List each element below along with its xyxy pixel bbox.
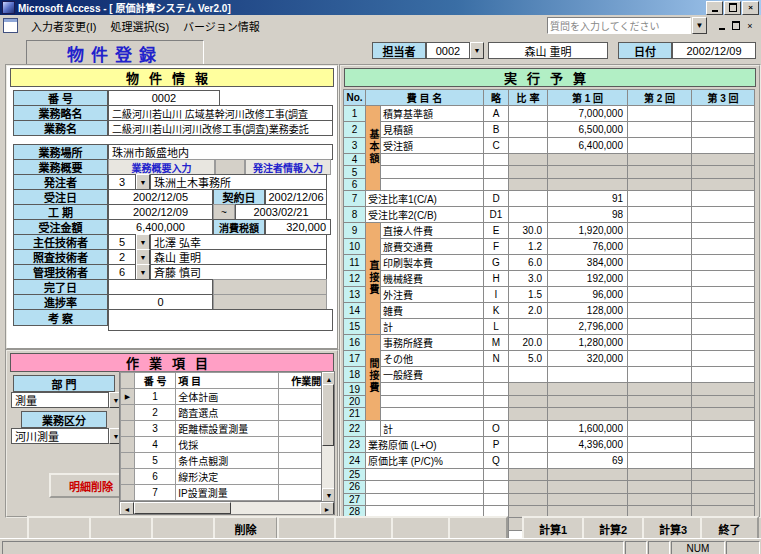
budget-round3[interactable] — [692, 493, 755, 505]
budget-round3[interactable] — [692, 319, 755, 335]
budget-round3[interactable] — [692, 383, 755, 395]
work-items-hscrollbar[interactable]: ◄ ► — [120, 501, 334, 514]
hscroll-thumb[interactable] — [134, 502, 231, 514]
work-item-no[interactable]: 1 — [134, 389, 175, 405]
manage-engineer-combo[interactable]: 6 — [108, 264, 136, 280]
budget-round3[interactable] — [692, 481, 755, 493]
child-restore-icon[interactable] — [729, 19, 743, 32]
budget-item-name[interactable]: 外注費 — [381, 287, 484, 303]
chief-combo-arrow-icon[interactable]: ▼ — [136, 234, 150, 250]
budget-round1[interactable] — [548, 468, 628, 480]
budget-round2[interactable] — [628, 166, 692, 178]
budget-round1[interactable]: 1,280,000 — [548, 335, 628, 351]
contract-date-field[interactable]: 2002/12/06 — [265, 189, 327, 205]
work-item-no[interactable]: 5 — [134, 453, 175, 469]
budget-rate[interactable] — [509, 452, 548, 468]
budget-item-name[interactable] — [366, 468, 484, 480]
budget-round3[interactable] — [692, 287, 755, 303]
budget-round1[interactable] — [548, 481, 628, 493]
budget-abbr[interactable]: L — [484, 319, 509, 335]
dept-combo[interactable]: 測量 ▼ — [11, 392, 123, 408]
date-field[interactable]: 2002/12/09 — [672, 42, 756, 59]
budget-rate[interactable] — [509, 138, 548, 154]
orderer-name-field[interactable]: 珠洲土木事務所 — [150, 174, 327, 190]
work-item-no[interactable]: 6 — [134, 469, 175, 485]
budget-abbr[interactable] — [484, 468, 509, 480]
work-item-no[interactable]: 3 — [134, 421, 175, 437]
tax-field[interactable]: 320,000 — [265, 219, 331, 235]
budget-item-name[interactable] — [381, 383, 484, 395]
budget-rate[interactable] — [509, 191, 548, 207]
work-item-no[interactable]: 2 — [134, 405, 175, 421]
budget-abbr[interactable] — [484, 178, 509, 190]
record-selector[interactable] — [121, 485, 135, 501]
budget-round3[interactable] — [692, 223, 755, 239]
budget-round2[interactable] — [628, 271, 692, 287]
child-minimize-icon[interactable] — [715, 19, 729, 32]
budget-round3[interactable] — [692, 191, 755, 207]
budget-item-name[interactable]: 事務所経費 — [381, 335, 484, 351]
budget-rate[interactable] — [509, 395, 548, 407]
record-selector-current[interactable]: ▶ — [121, 389, 135, 405]
budget-round1[interactable]: 384,000 — [548, 255, 628, 271]
record-selector[interactable] — [121, 405, 135, 421]
scroll-right-icon[interactable]: ► — [320, 502, 334, 515]
budget-rate[interactable] — [509, 106, 548, 122]
budget-round3[interactable] — [692, 239, 755, 255]
budget-rate[interactable] — [509, 383, 548, 395]
budget-round1[interactable] — [548, 367, 628, 383]
budget-item-name[interactable]: 受注額 — [381, 138, 484, 154]
budget-round2[interactable] — [628, 255, 692, 271]
orderer-combo-arrow-icon[interactable]: ▼ — [136, 174, 150, 190]
budget-item-name[interactable] — [366, 493, 484, 505]
amount-field[interactable]: 6,400,000 — [108, 219, 213, 235]
budget-rate[interactable] — [509, 493, 548, 505]
budget-round3[interactable] — [692, 452, 755, 468]
budget-round1[interactable] — [548, 383, 628, 395]
budget-round1[interactable] — [548, 493, 628, 505]
budget-round1[interactable]: 98 — [548, 207, 628, 223]
chief-engineer-field[interactable]: 北澤 弘幸 — [150, 234, 327, 250]
budget-abbr[interactable]: A — [484, 106, 509, 122]
budget-round3[interactable] — [692, 154, 755, 166]
work-item-no[interactable]: 7 — [134, 485, 175, 501]
budget-item-name[interactable]: 直接人件費 — [381, 223, 484, 239]
scroll-left-icon[interactable]: ◄ — [120, 502, 134, 515]
budget-round3[interactable] — [692, 138, 755, 154]
budget-round1[interactable]: 96,000 — [548, 287, 628, 303]
work-item-name[interactable]: 線形決定 — [176, 469, 279, 485]
budget-abbr[interactable] — [484, 166, 509, 178]
manager-name-field[interactable]: 森山 重明 — [488, 42, 608, 59]
budget-abbr[interactable]: C — [484, 138, 509, 154]
budget-round1[interactable] — [548, 154, 628, 166]
budget-round1[interactable]: 2,796,000 — [548, 319, 628, 335]
budget-abbr[interactable] — [484, 481, 509, 493]
budget-abbr[interactable]: K — [484, 303, 509, 319]
budget-round2[interactable] — [628, 351, 692, 367]
chief-engineer-combo[interactable]: 5 — [108, 234, 136, 250]
budget-round2[interactable] — [628, 452, 692, 468]
budget-round3[interactable] — [692, 303, 755, 319]
budget-round3[interactable] — [692, 255, 755, 271]
budget-rate[interactable] — [509, 122, 548, 138]
work-items-vscrollbar[interactable]: ▲ ▼ — [321, 372, 334, 502]
budget-round2[interactable] — [628, 154, 692, 166]
budget-round2[interactable] — [628, 223, 692, 239]
manage-engineer-field[interactable]: 斉藤 慎司 — [150, 264, 327, 280]
budget-rate[interactable]: 6.0 — [509, 255, 548, 271]
budget-rate[interactable] — [509, 178, 548, 190]
work-item-name[interactable]: 条件点観測 — [176, 453, 279, 469]
budget-item-name[interactable]: 見積額 — [381, 122, 484, 138]
budget-abbr[interactable]: D1 — [484, 207, 509, 223]
budget-round3[interactable] — [692, 335, 755, 351]
budget-round3[interactable] — [692, 207, 755, 223]
budget-item-name[interactable] — [366, 481, 484, 493]
budget-round2[interactable] — [628, 493, 692, 505]
budget-item-name[interactable]: 受注比率1(C/A) — [366, 191, 484, 207]
budget-rate[interactable]: 5.0 — [509, 351, 548, 367]
budget-abbr[interactable] — [484, 408, 509, 420]
budget-round3[interactable] — [692, 367, 755, 383]
budget-round3[interactable] — [692, 351, 755, 367]
budget-abbr[interactable]: I — [484, 287, 509, 303]
budget-rate[interactable]: 30.0 — [509, 223, 548, 239]
